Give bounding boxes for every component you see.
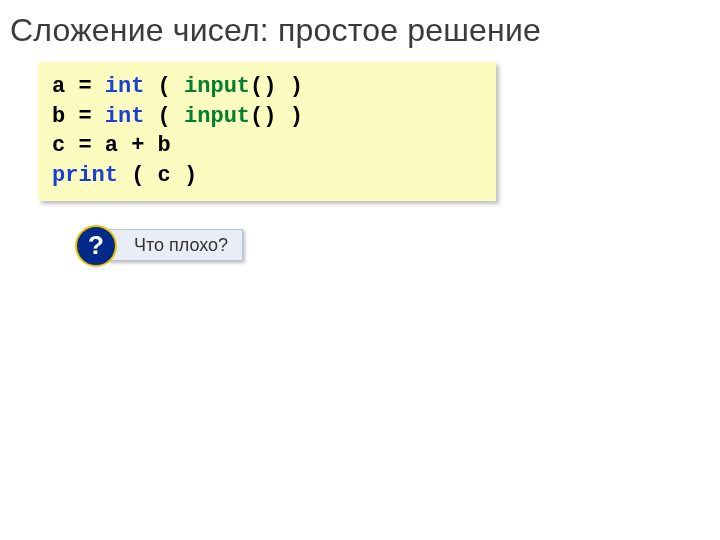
- code-text: a =: [52, 74, 105, 99]
- keyword-print: print: [52, 163, 118, 188]
- code-text: () ): [250, 104, 303, 129]
- code-text: (: [144, 104, 184, 129]
- callout-bubble: Что плохо?: [107, 229, 243, 261]
- code-text: () ): [250, 74, 303, 99]
- code-text: (: [144, 74, 184, 99]
- slide: Сложение чисел: простое решение a = int …: [0, 0, 720, 540]
- keyword-int: int: [105, 104, 145, 129]
- slide-title: Сложение чисел: простое решение: [10, 12, 541, 49]
- code-block: a = int ( input() ) b = int ( input() ) …: [38, 62, 496, 201]
- code-text: c = a + b: [52, 133, 171, 158]
- code-text: ( c ): [118, 163, 197, 188]
- code-text: b =: [52, 104, 105, 129]
- call-input: input: [184, 104, 250, 129]
- call-input: input: [184, 74, 250, 99]
- callout-text: Что плохо?: [134, 235, 228, 255]
- keyword-int: int: [105, 74, 145, 99]
- question-mark-icon: ?: [75, 225, 117, 267]
